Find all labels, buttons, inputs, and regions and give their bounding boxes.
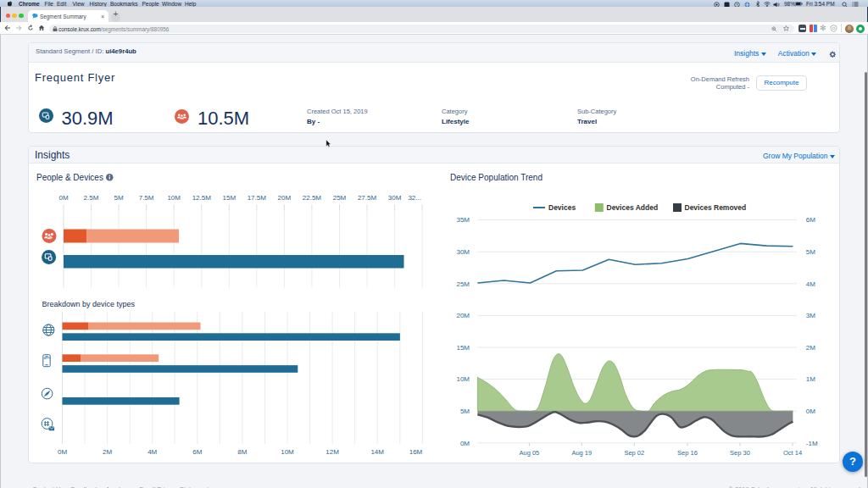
svg-text:25M: 25M	[333, 194, 347, 202]
svg-text:-1M: -1M	[806, 440, 818, 447]
svg-text:16M: 16M	[409, 448, 423, 456]
svg-text:1M: 1M	[806, 375, 815, 383]
svg-text:8M: 8M	[237, 448, 247, 456]
svg-text:3M: 3M	[806, 312, 815, 319]
svg-text:7.5M: 7.5M	[139, 194, 154, 202]
svg-text:6M: 6M	[806, 216, 815, 224]
svg-text:Sep 30: Sep 30	[730, 449, 750, 457]
svg-text:4M: 4M	[806, 280, 815, 288]
svg-text:Sep 16: Sep 16	[677, 449, 698, 457]
svg-text:Aug 05: Aug 05	[520, 449, 540, 457]
svg-text:27.5M: 27.5M	[358, 194, 377, 202]
svg-text:5M: 5M	[460, 408, 470, 415]
svg-text:32...: 32...	[408, 194, 421, 202]
svg-text:Devices Added: Devices Added	[607, 203, 659, 212]
svg-text:0M: 0M	[58, 194, 68, 202]
svg-text:10M: 10M	[167, 194, 181, 202]
svg-text:17.5M: 17.5M	[248, 194, 267, 202]
svg-text:2.5M: 2.5M	[84, 194, 99, 202]
svg-text:22.5M: 22.5M	[303, 194, 322, 202]
svg-text:5M: 5M	[114, 194, 124, 202]
svg-text:2M: 2M	[806, 344, 815, 352]
svg-text:10M: 10M	[281, 448, 294, 456]
svg-text:0M: 0M	[58, 448, 67, 456]
svg-text:15M: 15M	[223, 194, 236, 202]
svg-text:20M: 20M	[456, 312, 470, 319]
svg-text:30M: 30M	[388, 194, 402, 202]
svg-text:12M: 12M	[326, 448, 339, 456]
svg-text:20M: 20M	[278, 194, 292, 202]
svg-text:0M: 0M	[460, 440, 470, 447]
svg-text:Oct 14: Oct 14	[783, 449, 802, 457]
svg-text:15M: 15M	[456, 344, 470, 352]
svg-text:APPS: APPS	[44, 357, 51, 360]
svg-text:25M: 25M	[456, 280, 470, 288]
svg-text:4M: 4M	[147, 448, 157, 456]
svg-text:5M: 5M	[806, 248, 815, 256]
svg-text:Devices: Devices	[548, 203, 576, 212]
svg-text:Devices Removed: Devices Removed	[685, 203, 747, 212]
svg-text:Sep 02: Sep 02	[624, 449, 644, 457]
svg-text:6M: 6M	[192, 448, 202, 456]
svg-text:12.5M: 12.5M	[192, 194, 212, 202]
svg-text:30M: 30M	[456, 248, 470, 256]
svg-text:0M: 0M	[806, 408, 815, 415]
svg-text:2M: 2M	[103, 448, 112, 456]
svg-text:35M: 35M	[456, 216, 470, 224]
svg-text:14M: 14M	[370, 448, 384, 456]
svg-text:Aug 19: Aug 19	[571, 449, 592, 457]
svg-text:10M: 10M	[456, 375, 470, 383]
